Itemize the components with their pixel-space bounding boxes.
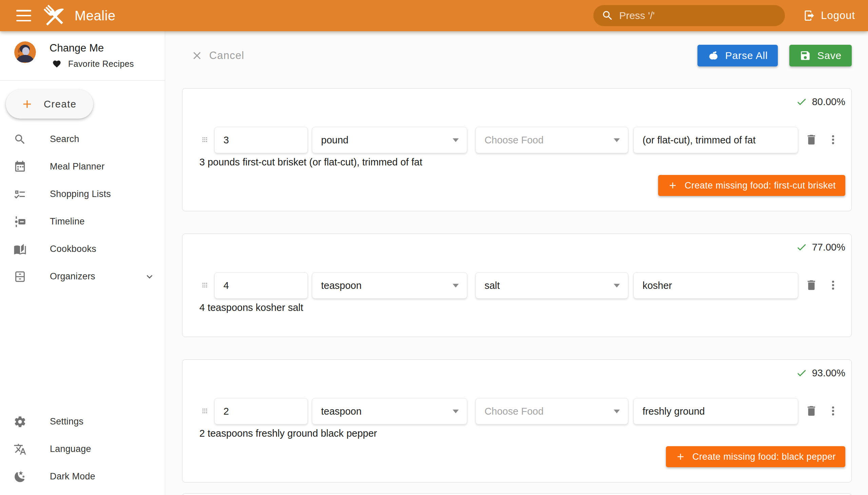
parser-toolbar: Cancel Parse All Save — [182, 45, 852, 66]
search-icon — [601, 10, 614, 22]
heart-icon — [52, 59, 62, 68]
ingredient-list: 80.00% pound Choose Food — [182, 88, 852, 495]
save-label: Save — [817, 50, 841, 62]
close-icon — [191, 50, 203, 62]
parse-all-button[interactable]: Parse All — [697, 45, 778, 66]
create-missing-food-button[interactable]: Create missing food: black pepper — [666, 446, 845, 467]
sidebar-item-label: Language — [50, 444, 91, 454]
original-ingredient-text: 2 teaspoons freshly ground black pepper — [199, 428, 851, 439]
delete-ingredient-button[interactable] — [805, 133, 818, 148]
food-placeholder: Choose Food — [484, 406, 544, 417]
confidence-row: 80.00% — [183, 96, 845, 107]
logout-button[interactable]: Logout — [799, 5, 860, 27]
ingredient-fields-row: teaspoon salt — [183, 272, 851, 299]
trash-icon — [805, 133, 818, 146]
quantity-input[interactable] — [214, 398, 308, 425]
check-icon — [796, 241, 807, 253]
note-input[interactable] — [633, 272, 798, 299]
sidebar-item-shopping-lists[interactable]: Shopping Lists — [0, 181, 165, 208]
trash-icon — [805, 405, 818, 417]
quantity-input[interactable] — [214, 127, 308, 153]
dropdown-caret-icon — [614, 138, 620, 142]
timeline-icon — [14, 215, 27, 228]
global-search-input[interactable] — [619, 10, 779, 21]
drag-handle-icon[interactable] — [199, 280, 208, 291]
top-app-bar: Mealie Logout — [0, 0, 868, 31]
ingredient-card: 77.00% teaspoon salt — [182, 234, 852, 337]
ingredient-fields-row: pound Choose Food — [183, 127, 851, 153]
user-name: Change Me — [50, 42, 134, 54]
food-select[interactable]: salt — [475, 272, 628, 299]
confidence-row: 93.00% — [183, 367, 845, 379]
confidence-row: 77.00% — [183, 241, 845, 253]
search-box[interactable] — [593, 5, 785, 26]
confidence-value: 93.00% — [812, 368, 845, 379]
more-options-button[interactable] — [826, 278, 840, 293]
app-title: Mealie — [74, 8, 116, 23]
note-input[interactable] — [633, 127, 798, 153]
create-button[interactable]: Create — [6, 89, 93, 119]
more-options-button[interactable] — [826, 133, 840, 148]
unit-select[interactable]: teaspoon — [312, 272, 467, 299]
logout-icon — [803, 10, 815, 22]
create-missing-food-button[interactable]: Create missing food: first-cut brisket — [658, 175, 845, 196]
ingredient-card: 93.00% teaspoon Choose Food — [182, 359, 852, 482]
user-profile[interactable]: Change Me Favorite Recipes — [0, 31, 165, 69]
original-ingredient-text: 4 teaspoons kosher salt — [199, 302, 851, 313]
mealie-logo-icon — [41, 2, 67, 29]
favorite-recipes-link[interactable]: Favorite Recipes — [52, 59, 134, 69]
confidence-value: 80.00% — [812, 96, 845, 107]
kebab-menu-icon — [827, 279, 839, 292]
plus-icon — [21, 98, 34, 110]
sidebar-item-cookbooks[interactable]: Cookbooks — [0, 235, 165, 263]
food-select[interactable]: Choose Food — [475, 127, 628, 153]
translate-icon — [14, 443, 27, 456]
ingredient-card: 80.00% pound Choose Food — [182, 88, 852, 211]
chevron-down-icon[interactable] — [144, 271, 155, 283]
unit-select[interactable]: teaspoon — [312, 398, 467, 425]
delete-ingredient-button[interactable] — [805, 278, 818, 293]
avatar — [14, 41, 36, 63]
drag-handle-icon[interactable] — [199, 134, 208, 146]
main-content: Cancel Parse All Save 80.00% — [165, 31, 868, 495]
sidebar-menu: Search Meal Planner Shopping Lists Timel… — [0, 125, 165, 290]
note-input[interactable] — [633, 398, 798, 425]
sidebar-item-label: Meal Planner — [50, 161, 105, 172]
drag-handle-icon[interactable] — [199, 406, 208, 417]
sidebar-item-search[interactable]: Search — [0, 125, 165, 153]
create-missing-food-label: Create missing food: black pepper — [692, 451, 836, 462]
menu-icon[interactable] — [16, 10, 31, 21]
delete-ingredient-button[interactable] — [805, 404, 818, 419]
dropdown-caret-icon — [453, 138, 459, 142]
book-icon — [14, 243, 27, 256]
sidebar-item-label: Search — [50, 134, 79, 144]
unit-select[interactable]: pound — [312, 127, 467, 153]
sidebar-item-settings[interactable]: Settings — [0, 408, 165, 435]
sidebar-item-dark-mode[interactable]: Dark Mode — [0, 463, 165, 490]
ingredient-fields-row: teaspoon Choose Food — [183, 398, 851, 425]
sidebar-item-organizers[interactable]: Organizers — [0, 263, 165, 290]
check-icon — [796, 96, 807, 107]
dropdown-caret-icon — [614, 284, 620, 288]
plus-icon — [668, 181, 678, 190]
sidebar-bottom-menu: Settings Language Dark Mode — [0, 408, 165, 490]
sidebar-item-language[interactable]: Language — [0, 435, 165, 463]
trash-icon — [805, 279, 818, 292]
sidebar-item-label: Dark Mode — [50, 471, 95, 482]
moon-icon — [14, 470, 27, 483]
cancel-button[interactable]: Cancel — [191, 50, 244, 62]
food-value: salt — [484, 280, 500, 291]
dropdown-caret-icon — [453, 410, 459, 413]
unit-value: teaspoon — [321, 406, 361, 417]
gear-icon — [14, 415, 27, 428]
food-placeholder: Choose Food — [484, 135, 544, 146]
sidebar-item-meal-planner[interactable]: Meal Planner — [0, 153, 165, 181]
sidebar-item-label: Timeline — [50, 216, 85, 227]
sidebar-item-timeline[interactable]: Timeline — [0, 208, 165, 235]
quantity-input[interactable] — [214, 272, 308, 299]
more-options-button[interactable] — [826, 404, 840, 419]
plus-icon — [676, 451, 685, 462]
parse-all-label: Parse All — [725, 50, 768, 62]
save-button[interactable]: Save — [789, 45, 852, 66]
food-select[interactable]: Choose Food — [475, 398, 628, 425]
